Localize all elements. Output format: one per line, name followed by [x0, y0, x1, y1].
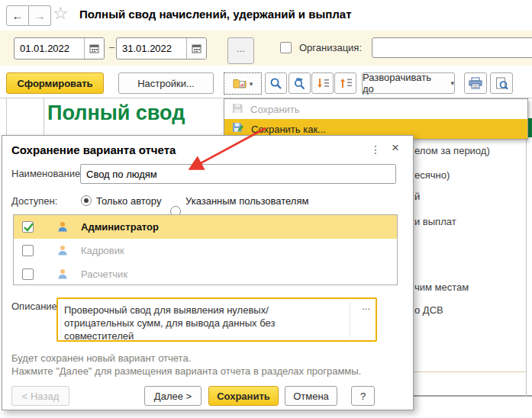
user-row-raschetchik[interactable]: Расчетчик — [14, 262, 397, 286]
user-checkbox[interactable] — [22, 221, 34, 233]
info-line-1: Будет сохранен новый вариант отчета. — [11, 352, 191, 365]
preview-icon — [495, 77, 508, 90]
save-button[interactable]: Сохранить — [208, 386, 279, 406]
organization-label: Организация: — [299, 42, 362, 53]
date-to-input[interactable] — [117, 38, 186, 59]
next-step-button[interactable]: Далее > — [144, 386, 202, 406]
save-variant-menu: Сохранить Сохранить как... — [224, 98, 528, 140]
menu-item-save[interactable]: Сохранить — [224, 99, 527, 119]
radio-author-only[interactable] — [81, 195, 92, 206]
save-variant-dialog: Сохранение варианта отчета ⋮ × Наименова… — [2, 135, 414, 410]
sort-descending-icon — [316, 77, 330, 89]
back-step-button[interactable]: < Назад — [11, 386, 69, 406]
calendar-icon[interactable] — [84, 38, 104, 59]
cancel-button[interactable]: Отмена — [285, 386, 337, 406]
dialog-title: Сохранение варианта отчета — [11, 143, 176, 156]
help-button[interactable]: ? — [351, 386, 375, 406]
filter-bar: – ... Организация: — [0, 31, 532, 66]
user-list: Администратор Кадровик Расчетчик — [13, 214, 398, 285]
user-row-kadrovik[interactable]: Кадровик — [14, 239, 397, 262]
background-text-fragment: о ДСВ — [414, 304, 443, 316]
generate-button[interactable]: Сформировать — [6, 72, 104, 94]
background-text-fragment: есячно) — [414, 169, 450, 181]
report-toolbar: Сформировать Настройки... ▾ Разворачиват… — [0, 66, 532, 98]
description-label: Описание: — [11, 301, 60, 312]
user-checkbox[interactable] — [22, 268, 34, 280]
calendar-icon[interactable] — [186, 38, 206, 59]
info-line-2: Нажмите "Далее" для размещения варианта … — [11, 365, 361, 378]
name-label: Наименование: — [11, 168, 83, 179]
background-text-fragment: чим местам — [414, 281, 469, 293]
date-from-field — [14, 37, 105, 59]
user-name: Расчетчик — [81, 262, 127, 286]
menu-item-save-label: Сохранить — [250, 103, 300, 115]
nav-buttons: ← → — [6, 5, 51, 26]
save-icon — [232, 103, 243, 116]
kebab-menu-icon[interactable]: ⋮ — [369, 141, 382, 158]
search-repeat-icon — [293, 77, 306, 90]
forward-icon: → — [34, 9, 46, 22]
close-icon[interactable]: × — [387, 140, 404, 156]
find-next-button[interactable] — [289, 72, 311, 94]
search-icon — [269, 77, 282, 90]
organization-input[interactable] — [372, 37, 532, 58]
back-button[interactable]: ← — [6, 5, 29, 26]
settings-button[interactable]: Настройки... — [118, 72, 214, 94]
variant-name-input[interactable] — [80, 164, 396, 184]
save-variant-menu-button[interactable]: ▾ — [224, 72, 262, 95]
background-text-fragment: и выплат — [414, 216, 456, 227]
period-more-button[interactable]: ... — [227, 37, 254, 64]
background-panel-bottom-border — [412, 395, 532, 397]
user-name: Администратор — [81, 215, 159, 239]
favorite-star-icon[interactable]: ☆ — [53, 3, 69, 24]
report-title: Полный свод — [47, 101, 185, 125]
back-icon: ← — [12, 9, 24, 22]
report-grid-line — [44, 98, 44, 135]
user-checkbox[interactable] — [22, 245, 34, 256]
date-to-field — [116, 37, 207, 59]
date-from-input[interactable] — [15, 38, 84, 59]
user-row-administrator[interactable]: Администратор — [14, 215, 397, 239]
date-range-dash: – — [109, 41, 114, 53]
user-icon — [57, 268, 68, 281]
access-label: Доступен: — [11, 195, 57, 207]
user-icon — [57, 221, 68, 234]
folder-variant-icon — [233, 77, 247, 91]
find-button[interactable] — [265, 72, 287, 94]
background-text-fragment: й — [414, 191, 420, 202]
printer-icon — [469, 77, 482, 89]
chevron-down-icon: ▾ — [450, 79, 454, 87]
print-button[interactable] — [464, 72, 487, 94]
organization-checkbox[interactable] — [280, 42, 292, 53]
description-box: Проверочный свод для выявления нулевых/о… — [56, 297, 377, 342]
check-icon — [24, 223, 34, 234]
page-title: Полный свод начислений, удержаний и выпл… — [79, 8, 352, 21]
forward-button[interactable]: → — [29, 5, 51, 26]
description-input[interactable]: Проверочный свод для выявления нулевых/о… — [63, 302, 325, 340]
expand-to-button[interactable]: Разворачивать до ▾ — [362, 72, 455, 94]
expand-to-label: Разворачивать до — [363, 72, 444, 95]
background-text-fragment: елом за период) — [414, 145, 490, 156]
background-panel-divider — [412, 371, 527, 372]
radio-author-only-label: Только автору — [96, 195, 161, 207]
sort-ascending-button[interactable] — [334, 72, 356, 94]
report-grid-line — [6, 98, 7, 135]
user-icon — [57, 245, 68, 258]
user-name: Кадровик — [81, 239, 124, 262]
description-divider — [350, 302, 350, 337]
menu-item-save-as-label: Сохранить как... — [251, 123, 326, 135]
print-preview-button[interactable] — [490, 72, 513, 94]
app-window: ← → ☆ Полный свод начислений, удержаний … — [0, 0, 532, 418]
radio-specified-users-label: Указанным пользователям — [185, 195, 308, 207]
sort-descending-button[interactable] — [311, 72, 334, 94]
description-more-button[interactable]: ... — [362, 301, 370, 312]
background-panel-right-border — [526, 138, 527, 397]
save-as-icon — [232, 122, 243, 136]
sort-ascending-icon — [339, 77, 353, 89]
chevron-down-icon: ▾ — [250, 80, 253, 88]
